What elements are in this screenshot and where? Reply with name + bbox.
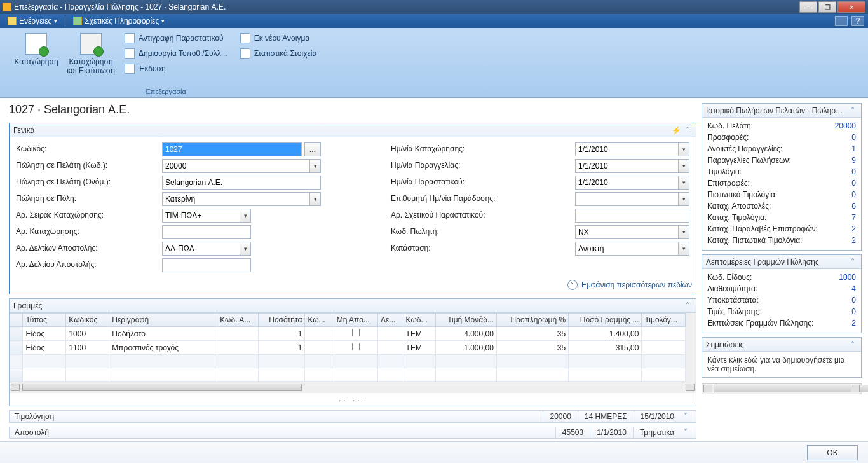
factbox-notes-header[interactable]: Σημειώσεις ˄: [702, 338, 861, 352]
lines-actions-menu[interactable]: ......: [10, 393, 696, 406]
fasttab-shipping[interactable]: Αποστολή 45503 1/1/2010 Τμηματικά ˅: [9, 427, 696, 439]
code-lookup-button[interactable]: ...: [304, 142, 321, 156]
close-button[interactable]: ✕: [837, 1, 865, 13]
fact-value[interactable]: 1: [851, 144, 856, 153]
dropdown-button[interactable]: ▾: [678, 192, 689, 206]
show-more-fields-link[interactable]: ˅ Εμφάνιση περισσότερων πεδίων: [10, 277, 696, 294]
dropdown-button[interactable]: ▾: [240, 209, 251, 223]
label-ship-series: Αρ. Δελτίων Αποστολής:: [16, 242, 162, 256]
help-button[interactable]: ?: [851, 16, 864, 26]
posting-date-input[interactable]: [575, 142, 678, 156]
dropdown-button[interactable]: ▾: [309, 192, 321, 206]
fact-value[interactable]: -4: [849, 284, 856, 293]
checkbox[interactable]: [352, 343, 360, 350]
minimize-button[interactable]: —: [799, 1, 817, 13]
lines-horizontal-scrollbar[interactable]: [10, 382, 696, 393]
posting-no-input[interactable]: [162, 225, 251, 239]
column-header[interactable]: Δε...: [377, 314, 403, 327]
layout-toggle-button[interactable]: [835, 16, 848, 26]
fact-value[interactable]: 7: [851, 213, 856, 222]
fact-value[interactable]: 0: [851, 296, 856, 305]
fact-value[interactable]: 0: [851, 133, 856, 142]
dropdown-button[interactable]: ▾: [678, 142, 689, 156]
dropdown-button[interactable]: ▾: [240, 242, 251, 256]
ship-series-input[interactable]: [162, 242, 240, 256]
column-header[interactable]: Μη Απο...: [334, 314, 377, 327]
release-button[interactable]: Έκδοση: [122, 62, 230, 75]
fact-value[interactable]: 0: [851, 167, 856, 176]
column-header[interactable]: Κωδ. Α...: [217, 314, 258, 327]
column-header[interactable]: Κω...: [305, 314, 334, 327]
factbox-horizontal-scrollbar[interactable]: [702, 383, 862, 394]
city-input[interactable]: [162, 192, 309, 206]
dropdown-button[interactable]: ▾: [678, 225, 689, 239]
dropdown-button[interactable]: ▾: [678, 176, 689, 190]
menu-related-info[interactable]: Σχετικές Πληροφορίες ▾: [69, 17, 168, 25]
scroll-left-button[interactable]: [11, 384, 20, 391]
maximize-button[interactable]: ❐: [818, 1, 836, 13]
column-header[interactable]: Κωδικός: [66, 314, 109, 327]
cust-code-input[interactable]: [162, 159, 309, 173]
req-date-input[interactable]: [575, 192, 678, 206]
code-input[interactable]: [162, 142, 302, 156]
fact-value[interactable]: 2: [851, 319, 856, 328]
checkbox[interactable]: [352, 329, 360, 336]
list-icon: [73, 17, 82, 25]
copy-document-button[interactable]: Αντιγραφή Παραστατικού: [122, 32, 230, 45]
lines-vertical-scrollbar[interactable]: [686, 313, 696, 382]
fact-value[interactable]: 20000: [835, 121, 856, 130]
dropdown-button[interactable]: ▾: [309, 159, 321, 173]
factbox-line-details-header[interactable]: Λεπτομέρειες Γραμμών Πώλησης ˄: [702, 255, 861, 269]
scroll-thumb[interactable]: [714, 385, 868, 392]
ok-button[interactable]: OK: [807, 445, 858, 460]
statistics-button[interactable]: Στατιστικά Στοιχεία: [238, 47, 320, 60]
post-button[interactable]: Καταχώρηση: [9, 31, 64, 85]
fact-value[interactable]: 1000: [839, 273, 856, 282]
factbox-history-header[interactable]: Ιστορικό Πωλήσεων Πελατών - Πώλησ... ˄: [702, 104, 861, 118]
table-row[interactable]: [10, 355, 686, 368]
scroll-thumb[interactable]: [22, 384, 302, 391]
chevron-up-icon: ˄: [683, 301, 692, 310]
column-header[interactable]: Τύπος: [23, 314, 66, 327]
fasttab-lines-header[interactable]: Γραμμές ˄: [10, 299, 696, 313]
scroll-left-button[interactable]: [703, 385, 712, 392]
fact-value[interactable]: 2: [851, 225, 856, 233]
column-header[interactable]: Τιμολόγ...: [642, 314, 686, 327]
fasttab-invoicing[interactable]: Τιμολόγηση 20000 14 ΗΜΕΡΕΣ 15/1/2010 ˅: [9, 410, 696, 423]
fact-value[interactable]: 0: [851, 179, 856, 188]
column-header[interactable]: Ποσό Γραμμής ...: [569, 314, 642, 327]
doc-date-input[interactable]: [575, 176, 678, 190]
order-date-input[interactable]: [575, 159, 678, 173]
fact-value[interactable]: 2: [851, 236, 856, 245]
column-header[interactable]: Ποσότητα: [258, 314, 305, 327]
posting-series-input[interactable]: [162, 209, 240, 223]
salesperson-input[interactable]: [575, 225, 678, 239]
fact-value[interactable]: 0: [851, 307, 856, 316]
column-header[interactable]: Τιμή Μονάδ...: [435, 314, 496, 327]
status-input[interactable]: [575, 242, 678, 256]
fact-value[interactable]: 9: [851, 156, 856, 165]
table-row[interactable]: [10, 368, 686, 382]
ship-no-input[interactable]: [162, 258, 251, 272]
dropdown-button[interactable]: ▾: [678, 242, 689, 256]
fasttab-general-header[interactable]: Γενικά ⚡ ˄: [10, 123, 696, 137]
column-header[interactable]: Περιγραφή: [109, 314, 217, 327]
dropdown-button[interactable]: ▾: [678, 159, 689, 173]
scroll-right-button[interactable]: [851, 385, 860, 392]
fact-value[interactable]: 0: [851, 190, 856, 199]
table-row[interactable]: Είδος1000Ποδήλατο1ΤΕΜ4.000,00351.400,00: [10, 327, 686, 341]
related-doc-input[interactable]: [575, 209, 689, 223]
column-header[interactable]: Κωδ...: [403, 314, 435, 327]
post-and-print-button[interactable]: Καταχώρηση και Εκτύπωση: [64, 31, 118, 85]
reopen-button[interactable]: Εκ νέου Άνοιγμα: [238, 32, 320, 45]
fact-row: Διαθεσιμότητα:-4: [707, 283, 856, 294]
create-pick-button[interactable]: Δημιουργία Τοποθ./Συλλ...: [122, 47, 230, 60]
menu-actions[interactable]: Ενέργειες ▾: [4, 17, 61, 25]
scroll-right-button[interactable]: [686, 384, 695, 391]
fact-value[interactable]: 6: [851, 202, 856, 211]
table-row[interactable]: Είδος1100Μπροστινός τροχός1ΤΕΜ1.000,0035…: [10, 341, 686, 355]
lines-grid[interactable]: ΤύποςΚωδικόςΠεριγραφήΚωδ. Α...ΠοσότηταΚω…: [10, 313, 686, 382]
cust-name-input[interactable]: [162, 176, 321, 190]
column-header[interactable]: Προπληρωμή %: [496, 314, 568, 327]
notes-placeholder[interactable]: Κάντε κλικ εδώ για να δημιουργήσετε μια …: [702, 352, 861, 377]
